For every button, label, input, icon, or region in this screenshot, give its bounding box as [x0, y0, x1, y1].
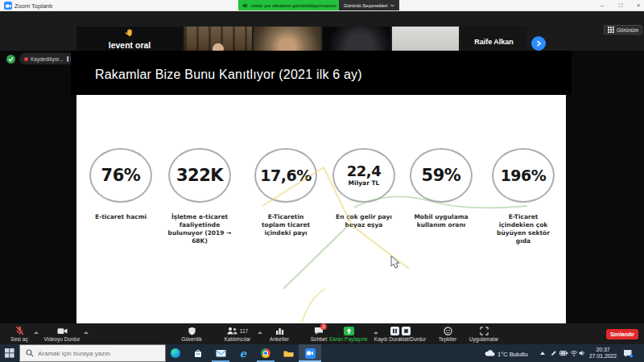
- participant-name-overlay: Raife Alkan: [460, 38, 527, 46]
- volume-icon[interactable]: [579, 350, 586, 356]
- taskbar-mail-icon[interactable]: [209, 344, 232, 362]
- taskbar-edge-icon[interactable]: [164, 344, 187, 362]
- slide-title: Rakamlar Bize Bunu Kanıtlıyor (2021 ilk …: [95, 68, 362, 82]
- zoom-app-icon: [4, 2, 12, 10]
- stat-label: E-Ticaretin toplam ticaret içindeki payı: [258, 213, 313, 237]
- stat-label: E-Ticaret içindekien çok büyüyen sektör …: [493, 213, 553, 245]
- stat-label: İşletme e-ticaret faaliyetinde bulunuyor…: [166, 213, 233, 245]
- windows-logo-icon: [5, 348, 14, 358]
- chevron-down-icon: [390, 4, 394, 7]
- speaker-icon: [242, 2, 249, 9]
- participants-icon: [227, 327, 237, 335]
- apps-icon: [480, 327, 489, 335]
- taskbar-explorer-icon[interactable]: [277, 344, 299, 362]
- stat-value: 22,4: [347, 164, 381, 179]
- clock-time: 20:37: [587, 347, 619, 353]
- battery-icon[interactable]: [559, 351, 568, 356]
- taskbar-clock[interactable]: 20:37 27.01.2022: [587, 347, 619, 360]
- window-titlebar: Zoom Toplantı omer yıs ekranını görüntül…: [0, 0, 644, 11]
- shield-icon: [188, 327, 196, 335]
- stop-record-icon[interactable]: [402, 327, 411, 335]
- stat-label: En çok gelir payı beyaz eşya: [332, 213, 396, 229]
- chevron-up-icon[interactable]: [84, 331, 89, 334]
- pause-record-icon[interactable]: [390, 327, 399, 335]
- grid-icon: [608, 27, 614, 33]
- view-button[interactable]: Görünüm: [604, 25, 642, 35]
- muted-mic-icon: [15, 326, 24, 335]
- stat-value: 59%: [422, 167, 461, 184]
- recording-status: Kaydediliyor...: [31, 56, 63, 62]
- end-meeting-button[interactable]: Sonlandır: [606, 329, 638, 339]
- screen-share-banner: omer yıs ekranını görüntülüyorsunuz: [238, 0, 341, 10]
- recording-dot-icon: [24, 57, 28, 61]
- clock-date: 27.01.2022: [587, 353, 619, 360]
- maximize-button[interactable]: □: [615, 2, 626, 9]
- stat-label: E-ticaret hacmi: [85, 213, 157, 221]
- pen-icon[interactable]: [551, 350, 557, 356]
- screen-share-banner-text: omer yıs ekranını görüntülüyorsunuz: [251, 3, 336, 8]
- meeting-secure-icon: [6, 55, 15, 64]
- stop-video-button[interactable]: Videoyu Durdur: [27, 326, 97, 342]
- view-button-label: Görünüm: [617, 27, 638, 33]
- search-input[interactable]: [38, 350, 159, 357]
- start-button[interactable]: [0, 344, 19, 362]
- stat-circle-trade-share: 17,6%: [254, 148, 317, 203]
- network-icon[interactable]: [570, 350, 578, 356]
- stat-value: 17,6%: [260, 168, 311, 183]
- chevron-right-icon: [535, 40, 542, 47]
- tray-chevron-up-icon[interactable]: [540, 352, 545, 355]
- camera-icon: [57, 327, 68, 335]
- view-options-button[interactable]: Görüntü Seçenekleri: [339, 0, 399, 10]
- slide-body: [76, 95, 566, 323]
- weather-text[interactable]: 1°C Bulutlu: [497, 351, 528, 358]
- view-options-label: Görüntü Seçenekleri: [344, 3, 388, 8]
- bar-chart-icon: [275, 327, 284, 335]
- zoom-toolbar: Sesi aç Videoyu Durdur Güvenlik 117 Katı…: [0, 323, 644, 344]
- close-button[interactable]: ×: [633, 2, 644, 9]
- taskbar-ie-icon[interactable]: e: [232, 344, 254, 362]
- notification-center-icon[interactable]: [623, 349, 633, 358]
- stat-unit: Milyar TL: [349, 179, 380, 187]
- stat-circle-revenue: 22,4Milyar TL: [332, 148, 395, 203]
- stat-circle-businesses: 322K: [168, 148, 231, 203]
- next-participants-button[interactable]: [531, 36, 546, 51]
- cloud-weather-icon[interactable]: [485, 349, 495, 356]
- video-strip: Görünüm levent oral levent oral omer yıs…: [0, 11, 644, 51]
- share-screen-icon: [344, 327, 354, 335]
- stat-value: 76%: [101, 167, 141, 184]
- taskbar-search[interactable]: [19, 344, 166, 362]
- stat-label: Mobil uygulama kullanım oranı: [408, 213, 474, 229]
- window-title: Zoom Toplantı: [14, 2, 52, 10]
- participant-name-overlay: levent oral: [76, 40, 183, 50]
- raised-hand-icon: [126, 28, 134, 38]
- stat-value: 196%: [501, 168, 547, 183]
- taskbar-store-icon[interactable]: [187, 344, 209, 362]
- stat-circle-ecommerce-volume: 76%: [89, 148, 152, 203]
- minimize-button[interactable]: –: [597, 2, 608, 9]
- taskbar-chrome-icon[interactable]: [254, 344, 277, 362]
- apps-button[interactable]: Uygulamalar: [449, 326, 518, 342]
- stat-value: 322K: [176, 167, 223, 184]
- search-icon: [26, 349, 34, 357]
- stat-circle-mobile-usage: 59%: [410, 148, 473, 203]
- stat-circle-fastest-sector: 196%: [492, 148, 555, 203]
- taskbar-zoom-icon[interactable]: [299, 344, 321, 362]
